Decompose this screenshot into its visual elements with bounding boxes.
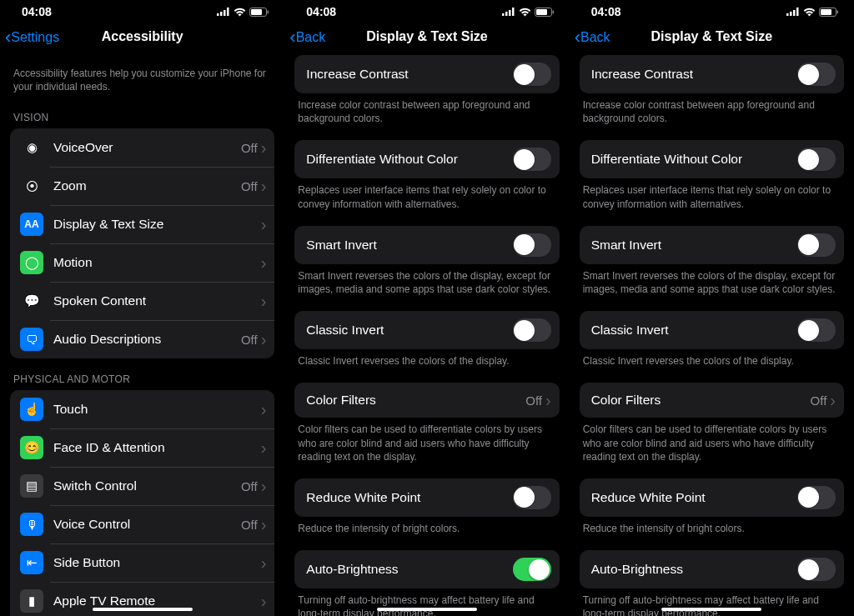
row-label: Increase Contrast — [591, 67, 797, 82]
row-label: Differentiate Without Color — [591, 152, 797, 167]
nav-row-vision-5[interactable]: 🗨Audio DescriptionsOff› — [10, 320, 274, 358]
toggle-row[interactable]: Reduce White Point — [580, 478, 844, 517]
row-value: Off — [241, 333, 258, 347]
toggle-row[interactable]: Differentiate Without Color — [294, 140, 559, 178]
chevron-right-icon: › — [830, 393, 836, 407]
toggle[interactable] — [797, 318, 836, 342]
content-scroll[interactable]: Increase ContrastIncrease color contrast… — [570, 55, 854, 616]
toggle[interactable] — [513, 233, 551, 257]
toggle-row[interactable]: Auto-Brightness — [294, 550, 559, 588]
toggle-row[interactable]: Increase Contrast — [580, 55, 844, 93]
toggle-knob — [514, 320, 535, 341]
svg-rect-5 — [251, 9, 262, 15]
toggle-row[interactable]: Smart Invert — [580, 226, 844, 264]
switch-control-icon: ▤ — [20, 474, 43, 498]
row-description: Replaces user interface items that rely … — [570, 178, 854, 213]
home-indicator[interactable] — [377, 608, 477, 611]
row-description: Turning off auto-brightness may affect b… — [284, 588, 569, 616]
toggle[interactable] — [797, 148, 836, 171]
back-label: Back — [296, 30, 326, 45]
row-label: Smart Invert — [591, 238, 797, 253]
svg-rect-8 — [505, 12, 508, 16]
chevron-left-icon: ‹ — [289, 30, 295, 45]
nav-row-vision-1[interactable]: ⦿ZoomOff› — [10, 167, 274, 205]
toggle-row[interactable]: Increase Contrast — [294, 55, 559, 93]
svg-rect-10 — [512, 8, 515, 16]
toggle-row[interactable]: Differentiate Without Color — [580, 140, 844, 178]
chevron-right-icon: › — [261, 556, 267, 569]
toggle[interactable] — [513, 63, 551, 86]
content-scroll[interactable]: Increase ContrastIncrease color contrast… — [284, 55, 569, 616]
back-button[interactable]: ‹ Settings — [5, 30, 59, 45]
row-label: Color Filters — [591, 393, 811, 408]
nav-row-vision-3[interactable]: ◯Motion› — [10, 243, 274, 282]
home-indicator[interactable] — [661, 608, 761, 611]
row-value: Off — [241, 518, 258, 532]
toggle-knob — [798, 320, 819, 341]
status-time: 04:08 — [306, 5, 336, 18]
nav-row-vision-0[interactable]: ◉VoiceOverOff› — [10, 128, 274, 167]
toggle-row[interactable]: Reduce White Point — [294, 478, 559, 517]
svg-rect-16 — [793, 10, 796, 16]
row-label: Apple TV Remote — [53, 593, 261, 608]
vision-list: ◉VoiceOverOff›⦿ZoomOff›AADisplay & Text … — [10, 128, 274, 358]
toggle[interactable] — [797, 63, 836, 86]
toggle-knob — [514, 64, 535, 85]
row-label: Differentiate Without Color — [306, 152, 512, 167]
touch-icon: ☝ — [20, 398, 43, 421]
nav-row[interactable]: Color FiltersOff› — [294, 383, 559, 418]
toggle[interactable] — [513, 148, 551, 171]
row-value: Off — [525, 393, 542, 408]
back-button[interactable]: ‹ Back — [575, 30, 610, 45]
svg-rect-13 — [552, 10, 554, 13]
row-description: Turning off auto-brightness may affect b… — [570, 588, 854, 616]
toggle[interactable] — [797, 233, 836, 257]
nav-row-phys-2[interactable]: ▤Switch ControlOff› — [10, 467, 274, 505]
toggle-row[interactable]: Classic Invert — [580, 311, 844, 349]
row-label: VoiceOver — [53, 140, 241, 155]
nav-row-phys-0[interactable]: ☝Touch› — [10, 390, 274, 428]
status-indicators — [217, 8, 269, 17]
chevron-right-icon: › — [261, 179, 267, 193]
toggle[interactable] — [797, 558, 836, 581]
chevron-right-icon: › — [261, 479, 267, 493]
motion-icon: ◯ — [20, 251, 43, 274]
chevron-right-icon: › — [261, 594, 267, 608]
side-button-icon: ⇤ — [20, 551, 43, 574]
svg-rect-14 — [786, 13, 789, 16]
chevron-left-icon: ‹ — [575, 30, 580, 45]
battery-icon — [819, 8, 839, 17]
toggle-row[interactable]: Smart Invert — [294, 226, 559, 264]
toggle[interactable] — [513, 486, 551, 509]
chevron-right-icon: › — [261, 518, 267, 531]
status-bar: 04:08 — [284, 0, 569, 20]
toggle[interactable] — [797, 486, 836, 509]
nav-row-phys-1[interactable]: 😊Face ID & Attention› — [10, 428, 274, 467]
row-label: Voice Control — [53, 517, 241, 532]
back-button[interactable]: ‹ Back — [289, 30, 325, 45]
nav-bar: ‹ Back Display & Text Size — [570, 20, 854, 55]
row-value: Off — [241, 141, 258, 155]
row-label: Increase Contrast — [306, 67, 512, 82]
row-description: Classic Invert reverses the colors of th… — [570, 349, 854, 371]
row-label: Color Filters — [306, 393, 525, 408]
row-label: Auto-Brightness — [591, 562, 797, 577]
nav-row-vision-4[interactable]: 💬Spoken Content› — [10, 282, 274, 320]
svg-rect-1 — [220, 12, 223, 16]
content-scroll[interactable]: Accessibility features help you customiz… — [0, 55, 284, 616]
chevron-right-icon: › — [261, 294, 267, 308]
screen-display-text-off: 04:08 ‹ Back Display & Text Size Increas… — [570, 0, 854, 616]
nav-row[interactable]: Color FiltersOff› — [580, 383, 844, 418]
tv-remote-icon: ▮ — [20, 589, 43, 613]
toggle-row[interactable]: Classic Invert — [294, 311, 559, 349]
back-label: Back — [580, 30, 610, 45]
toggle[interactable] — [513, 558, 551, 581]
home-indicator[interactable] — [93, 608, 193, 611]
toggle[interactable] — [513, 318, 551, 342]
chevron-right-icon: › — [261, 333, 267, 346]
toggle-row[interactable]: Auto-Brightness — [580, 550, 844, 588]
nav-row-phys-3[interactable]: 🎙Voice ControlOff› — [10, 505, 274, 543]
nav-row-phys-4[interactable]: ⇤Side Button› — [10, 543, 274, 582]
zoom-icon: ⦿ — [20, 174, 43, 198]
nav-row-vision-2[interactable]: AADisplay & Text Size› — [10, 205, 274, 243]
